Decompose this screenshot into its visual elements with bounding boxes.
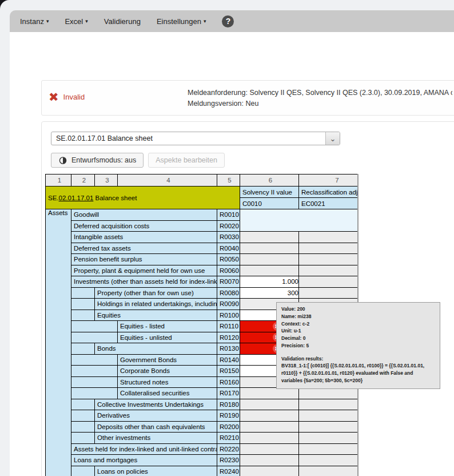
data-cell-ec0021	[299, 466, 359, 476]
draft-mode-label: Entwurfsmodus: aus	[71, 156, 136, 164]
data-cell-ec0021	[299, 388, 359, 399]
col-number: 5	[217, 174, 240, 187]
table-row: AssetsGoodwillR0010	[46, 209, 359, 221]
indent-cell	[71, 299, 95, 310]
col-number: 1	[46, 174, 71, 187]
col-number: 3	[95, 174, 118, 187]
data-cell-c0010[interactable]: 300	[240, 287, 299, 299]
caret-down-icon: ▾	[46, 18, 49, 24]
row-code-cell: R0220	[217, 443, 240, 455]
template-title-link[interactable]: 02.01.17.01	[59, 195, 94, 201]
row-code-cell: R0030	[217, 232, 240, 243]
indent-cell	[71, 332, 118, 343]
table-title-row: SE.02.01.17.01 Balance sheet Solvency II…	[46, 187, 359, 198]
row-code-cell: R0020	[217, 220, 240, 232]
indent-cell	[71, 366, 118, 377]
data-cell-c0010	[240, 232, 299, 243]
menu-excel-label: Excel	[65, 17, 83, 26]
indent-cell	[71, 354, 118, 366]
data-cell-ec0021	[299, 254, 359, 265]
table-row: Other investmentsR0210	[46, 433, 359, 444]
data-cell-ec0021	[299, 443, 359, 455]
row-code-cell: R0070	[217, 276, 240, 288]
indent-cell	[71, 410, 95, 422]
help-icon[interactable]: ?	[222, 15, 234, 27]
row-label-cell: Deferred acquisition costs	[71, 220, 217, 232]
row-code-cell: R0210	[217, 433, 240, 444]
caret-down-icon: ▾	[204, 18, 206, 24]
data-cell-c0010	[240, 433, 299, 444]
row-code-cell: R0200	[217, 421, 240, 433]
row-code-cell: R0150	[217, 366, 240, 377]
table-row: Collective Investments UndertakingsR0180	[46, 399, 359, 410]
col6-header: Solvency II value	[240, 187, 299, 198]
row-group-cell: Assets	[46, 209, 71, 476]
help-glyph: ?	[226, 17, 231, 26]
table-row: DerivativesR0190	[46, 410, 359, 422]
indent-cell	[71, 388, 118, 399]
table-row: Property (other than for own use)R008030…	[46, 287, 359, 299]
edit-aspects-button[interactable]: Aspekte bearbeiten	[148, 153, 225, 168]
row-code-cell: R0040	[217, 243, 240, 254]
row-code-cell: R0010	[217, 209, 240, 221]
row-label-cell: Collateralised securities	[118, 388, 217, 399]
col-number: 4	[118, 174, 217, 187]
col-number: 7	[299, 174, 359, 187]
row-label-cell: Corporate Bonds	[118, 366, 217, 377]
caret-down-icon: ▾	[85, 18, 88, 24]
report-requirement-line: Meldeanforderung: Solvency II QES, Solve…	[188, 88, 452, 98]
data-cell-c0010	[240, 399, 299, 410]
indent-cell	[71, 287, 95, 299]
row-code-cell: R0230	[217, 455, 240, 466]
data-cell-c0010	[240, 421, 299, 433]
tooltip-precision-line: Precision: 5	[281, 342, 435, 350]
data-cell-ec0021	[299, 243, 359, 254]
col6-code: C0010	[240, 198, 299, 209]
row-code-cell: R0050	[217, 254, 240, 265]
template-select[interactable]: SE.02.01.17.01 Balance sheet ⌄	[51, 132, 340, 145]
indent-cell	[71, 343, 95, 355]
data-cell-ec0021	[299, 410, 359, 422]
tooltip-value-line: Value: 200	[281, 306, 435, 313]
template-title-cell: SE.02.01.17.01 Balance sheet	[46, 187, 240, 209]
empty-data-block	[240, 209, 359, 232]
row-label-cell: Equities - unlisted	[118, 332, 217, 343]
indent-cell	[71, 321, 118, 332]
report-version-line: Meldungsversion: Neu	[188, 98, 452, 109]
row-label-cell: Loans on policies	[95, 466, 217, 476]
row-label-cell: Equities - listed	[118, 321, 217, 332]
table-row: Property, plant & equipment held for own…	[46, 265, 359, 276]
template-title-suffix: Balance sheet	[93, 195, 137, 201]
row-code-cell: R0130	[217, 343, 240, 355]
table-row: Loans on policiesR0240	[46, 466, 359, 476]
tooltip-validation-message: BV318_1-1:[ (c0010)] {{S.02.01.01.01, r0…	[281, 362, 435, 384]
row-label-cell: Other investments	[95, 433, 217, 444]
data-cell-c0010	[240, 388, 299, 399]
tooltip-results-title: Validation results:	[281, 355, 435, 363]
menubar: Instanz ▾ Excel ▾ Validierung Einstellun…	[10, 10, 454, 32]
row-code-cell: R0180	[217, 399, 240, 410]
draft-mode-button[interactable]: Entwurfsmodus: aus	[51, 153, 144, 168]
menu-validierung[interactable]: Validierung	[104, 17, 141, 26]
indent-cell	[71, 433, 95, 444]
column-number-row: 1 2 3 4 5 6 7	[46, 174, 359, 187]
tooltip-context-line: Context: c-2	[281, 320, 435, 328]
validation-tooltip: Value: 200 Name: mi238 Context: c-2 Unit…	[276, 302, 440, 389]
data-cell-c0010[interactable]: 1.000	[240, 276, 299, 288]
data-cell-ec0021	[299, 276, 359, 288]
row-label-cell: Assets held for index-linked and unit-li…	[71, 443, 217, 455]
data-cell-ec0021	[299, 433, 359, 444]
menu-excel[interactable]: Excel ▾	[65, 17, 87, 26]
template-select-value: SE.02.01.17.01 Balance sheet	[51, 134, 325, 142]
data-cell-c0010	[240, 455, 299, 466]
data-cell-c0010	[240, 410, 299, 422]
col-number: 6	[240, 174, 299, 187]
indent-cell	[71, 421, 95, 433]
col-number: 2	[71, 174, 95, 187]
menu-instanz[interactable]: Instanz ▾	[20, 17, 49, 26]
table-row: Pension benefit surplusR0050	[46, 254, 359, 265]
menu-einstellungen[interactable]: Einstellungen ▾	[157, 17, 206, 26]
row-label-cell: Derivatives	[95, 410, 217, 422]
row-label-cell: Bonds	[95, 343, 217, 355]
chevron-down-icon: ⌄	[325, 132, 340, 145]
